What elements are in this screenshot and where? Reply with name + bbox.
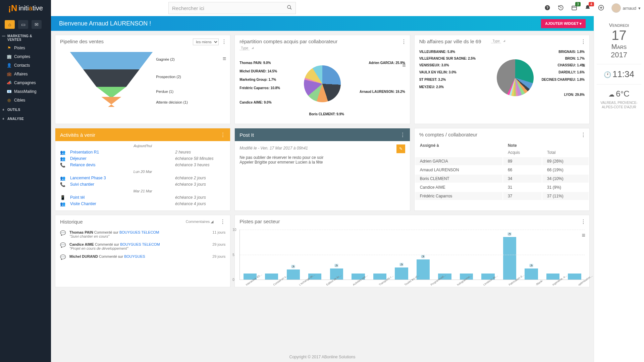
clock-icon: 🕐 — [604, 71, 611, 78]
widget-menu-icon[interactable]: ⋮ — [220, 219, 225, 225]
activity-row[interactable]: 📞Relance deviséchéance 3 heures — [55, 162, 230, 168]
activity-link[interactable]: Visite Chantier — [70, 201, 170, 206]
activity-due: échéance 3 heures — [175, 163, 225, 167]
bar[interactable]: ◔ — [395, 267, 408, 280]
edit-button[interactable]: ✎ — [396, 144, 405, 153]
activity-link[interactable]: Relance devis — [70, 163, 170, 167]
widget-menu-icon[interactable]: ⋮ — [400, 132, 405, 138]
funnel-label: Attente décision (1) — [156, 100, 188, 104]
table-row[interactable]: Frédéric Caparros3737 (11%) — [415, 192, 589, 200]
bar[interactable] — [546, 274, 559, 280]
sidebar-item[interactable]: 🏢Comptes — [0, 52, 51, 61]
sidebar-item-icon: 🏢 — [7, 54, 11, 59]
pie-label: Arnaud LAURENSON: 19.2% — [360, 90, 405, 94]
activity-row[interactable]: 👥Lancement Phase 3échéance 2 jours — [55, 175, 230, 181]
nav-calendar-icon[interactable]: ▭ — [18, 20, 28, 29]
bar[interactable]: ◔ — [525, 268, 538, 280]
activity-row[interactable]: 👥Déjeuneréchéance 58 Minutes — [55, 156, 230, 162]
history-row[interactable]: 💬Thomas PAIN Commenté sur BOUYGUES TELEC… — [55, 228, 230, 240]
widget-menu-icon[interactable]: ⋮ — [220, 132, 225, 138]
date-day: 17 — [597, 28, 641, 43]
activity-link[interactable]: Déjeuner — [70, 156, 170, 161]
repart-title: répartition comptes acquis par collabora… — [239, 39, 337, 44]
bar[interactable]: ◔ — [503, 237, 516, 280]
sidebar-group-analyse[interactable]: ANALYSE — [0, 114, 51, 123]
funnel-stage — [60, 69, 225, 87]
pipeline-filter[interactable]: les miens — [193, 39, 219, 45]
postit-line: Ne pas oublier de réserver le resto pour… — [239, 155, 405, 160]
sidebar-item[interactable]: 📣Campagnes — [0, 78, 51, 87]
widget-menu-icon[interactable]: ⋮ — [401, 39, 407, 45]
activity-date: Aujourd'hui — [55, 142, 230, 149]
table-row[interactable]: Adrien GARCIA8989 (26%) — [415, 157, 589, 165]
sidebar-item-icon: ◎ — [7, 98, 11, 103]
activity-link[interactable]: Suivi chantier — [70, 182, 170, 187]
table-row[interactable]: Candice AIME3131 (9%) — [415, 183, 589, 191]
sidebar-group-marketing[interactable]: MARKETING & VENTES — [0, 31, 51, 44]
activity-link[interactable]: Lancement Phase 3 — [70, 176, 170, 180]
table-row[interactable]: Boris CLEMENT3434 (10%) — [415, 175, 589, 183]
postit-line: Appeler Brigitte pour emmener Lucien à l… — [239, 160, 405, 165]
activity-due: échéance 3 jours — [175, 195, 225, 200]
bar[interactable] — [265, 274, 278, 280]
activity-link[interactable]: Présentation R1 — [70, 150, 170, 155]
widget-menu-icon[interactable]: ⋮ — [581, 132, 586, 138]
bar[interactable] — [373, 274, 386, 280]
bar[interactable] — [568, 274, 581, 280]
table-header: Assigné à — [415, 141, 502, 149]
activity-row[interactable]: 👥Visite Chantieréchéance 4 jours — [55, 201, 230, 207]
activity-type-icon: 👥 — [60, 201, 65, 206]
activity-row[interactable]: 👥Présentation R12 heures — [55, 149, 230, 156]
pie-label: CHASSIEU: 1.4% — [557, 63, 585, 67]
calendar-icon[interactable]: 3 — [571, 5, 577, 12]
type-selector[interactable]: Type — [239, 46, 250, 50]
nav-home-icon[interactable]: ⌂ — [5, 20, 15, 29]
activity-type-icon: 📞 — [60, 182, 65, 187]
widget-menu-icon[interactable]: ⋮ — [581, 219, 586, 225]
user-menu[interactable]: arnaud ▾ — [611, 3, 641, 13]
search-input[interactable] — [172, 5, 287, 11]
pie-label: VILLEFRANCHE SUR SAONE: 2.5% — [419, 57, 476, 60]
comment-icon: 💬 — [60, 242, 65, 250]
hist-title: Historique — [60, 219, 83, 225]
sidebar-item-icon: ⚑ — [7, 46, 11, 50]
brand-logo[interactable]: ¡N initiative — [0, 0, 51, 16]
search-icon[interactable] — [287, 5, 292, 11]
bar[interactable]: ◔ — [287, 269, 300, 280]
funnel-stage — [60, 87, 225, 97]
sidebar-item[interactable]: 📧MassMailing — [0, 87, 51, 96]
sidebar-group-outils[interactable]: OUTILS — [0, 105, 51, 114]
help-icon[interactable]: ? — [544, 5, 550, 12]
footer: Copyright © 2017 ABonline Solutions — [51, 352, 594, 362]
widget-menu-icon[interactable]: ⋮ — [221, 39, 227, 45]
history-row[interactable]: 💬Michel DURAND Commenté sur BOUYGUES29 j… — [55, 252, 230, 262]
nav-mail-icon[interactable]: ✉ — [32, 20, 42, 29]
activity-row[interactable]: 📞Suivi chantieréchéance 3 jours — [55, 181, 230, 188]
add-icon[interactable] — [598, 5, 604, 12]
bar-cap: ◔ — [507, 232, 512, 236]
comment-icon: 💬 — [60, 230, 65, 238]
pie-label: BRIGNAIS: 1.8% — [558, 50, 585, 54]
sidebar-item[interactable]: ◎Cibles — [0, 96, 51, 105]
type-selector[interactable]: Type — [491, 39, 501, 43]
sidebar-item-label: MassMailing — [14, 89, 37, 94]
collab-title: % comptes / collaborateur — [419, 132, 477, 137]
svg-text:?: ? — [546, 5, 548, 9]
sidebar-item[interactable]: 👤Contacts — [0, 61, 51, 70]
bell-icon[interactable]: 4 — [585, 5, 591, 12]
temp-value: 6°C — [616, 89, 629, 98]
history-icon[interactable] — [558, 5, 564, 12]
add-widget-button[interactable]: AJOUTER WIDGET — [541, 19, 586, 28]
activity-row[interactable]: 📱Point téléchéance 3 jours — [55, 194, 230, 201]
hist-filter[interactable]: Commentaires ◢ — [186, 220, 214, 224]
pie-label: DECINES CHARPIEU: 1.8% — [542, 78, 585, 81]
widget-menu-icon[interactable]: ⋮ — [581, 39, 586, 45]
table-row[interactable]: Arnaud LAURENSON6666 (19%) — [415, 166, 589, 174]
sidebar-item[interactable]: ⚑Pistes — [0, 44, 51, 52]
activity-type-icon: 📱 — [60, 195, 65, 200]
sidebar-item[interactable]: 💼Affaires — [0, 70, 51, 78]
pie-label: Marketing Group: 1.7% — [239, 78, 276, 81]
history-row[interactable]: 💬Candice AIME Commenté sur BOUYGUES TELE… — [55, 240, 230, 252]
global-search[interactable] — [168, 2, 296, 14]
activity-link[interactable]: Point tél — [70, 195, 170, 200]
